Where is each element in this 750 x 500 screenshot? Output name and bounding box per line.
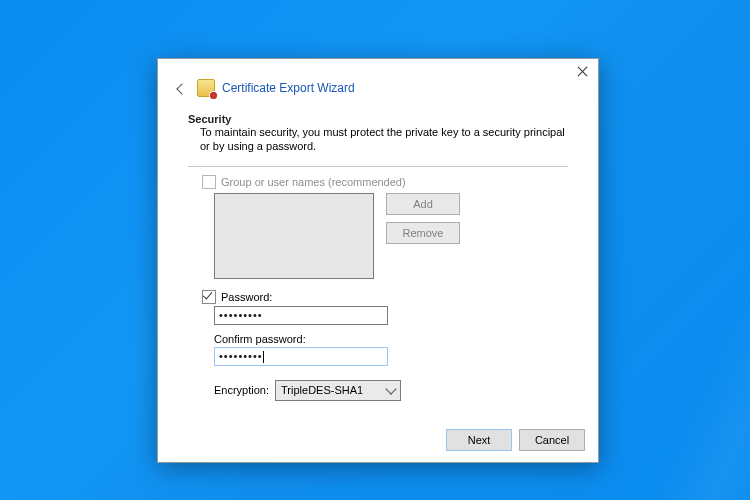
certificate-icon: [197, 79, 215, 97]
group-names-checkbox: [202, 175, 216, 189]
confirm-password-label: Confirm password:: [214, 333, 568, 345]
confirm-password-input[interactable]: •••••••••: [214, 347, 388, 366]
password-input[interactable]: •••••••••: [214, 306, 388, 325]
group-names-listbox: [214, 193, 374, 279]
encryption-label: Encryption:: [214, 384, 269, 396]
password-checkbox[interactable]: [202, 290, 216, 304]
add-button: Add: [386, 193, 460, 215]
password-label: Password:: [221, 291, 272, 303]
back-arrow-icon[interactable]: [176, 83, 187, 94]
cancel-button[interactable]: Cancel: [519, 429, 585, 451]
section-description: To maintain security, you must protect t…: [188, 125, 568, 161]
group-names-label: Group or user names (recommended): [221, 176, 406, 188]
chevron-down-icon: [385, 383, 396, 394]
dialog-title: Certificate Export Wizard: [222, 81, 355, 95]
section-heading: Security: [188, 113, 568, 125]
dialog-header: Certificate Export Wizard: [158, 59, 598, 105]
remove-button: Remove: [386, 222, 460, 244]
certificate-export-wizard-dialog: Certificate Export Wizard Security To ma…: [157, 58, 599, 463]
divider: [188, 166, 568, 167]
next-button[interactable]: Next: [446, 429, 512, 451]
encryption-select[interactable]: TripleDES-SHA1: [275, 380, 401, 401]
close-icon[interactable]: [576, 65, 589, 78]
encryption-selected-value: TripleDES-SHA1: [281, 384, 363, 396]
